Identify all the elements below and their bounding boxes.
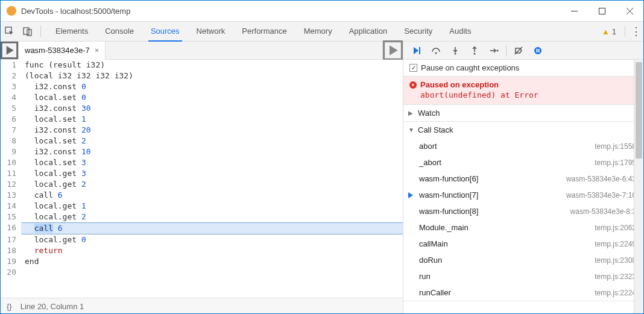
- scrollbar[interactable]: [634, 60, 643, 314]
- stack-frame[interactable]: Module._maintemp.js:2062: [403, 219, 643, 236]
- line-number: 12: [1, 179, 21, 190]
- stack-frame[interactable]: callMaintemp.js:2249: [403, 236, 643, 252]
- watch-label: Watch: [418, 108, 440, 118]
- code-line[interactable]: 9 i32.const 10: [1, 146, 403, 157]
- code-line[interactable]: 16 call 6: [1, 222, 403, 234]
- stack-frame[interactable]: runCallertemp.js:2224: [403, 284, 643, 301]
- code-line[interactable]: 11 local.get 3: [1, 168, 403, 179]
- stack-frame[interactable]: runtemp.js:2323: [403, 268, 643, 284]
- code-line[interactable]: 15 local.get 2: [1, 212, 403, 222]
- scrollbar-thumb[interactable]: [636, 62, 642, 159]
- code-line[interactable]: 20: [1, 267, 403, 278]
- code-line[interactable]: 17 local.get 0: [1, 234, 403, 245]
- code-line[interactable]: 4 local.set 0: [1, 92, 403, 103]
- frame-function: wasm-function[6]: [419, 174, 566, 183]
- step-into-button[interactable]: [447, 43, 464, 58]
- code-text: local.get 3: [21, 168, 403, 179]
- close-button[interactable]: [616, 1, 643, 20]
- code-line[interactable]: 6 local.set 1: [1, 114, 403, 125]
- svg-marker-8: [7, 46, 14, 55]
- tab-sources[interactable]: Sources: [142, 21, 188, 42]
- braces-icon[interactable]: {}: [7, 302, 12, 311]
- resume-button[interactable]: [408, 43, 425, 58]
- error-title: Paused on exception: [420, 80, 499, 89]
- tab-memory[interactable]: Memory: [295, 21, 341, 42]
- chevron-right-icon: ▶: [408, 110, 414, 116]
- frame-function: runCaller: [419, 288, 595, 297]
- device-toggle-icon[interactable]: [19, 21, 37, 42]
- line-number: 3: [1, 81, 21, 92]
- pause-on-caught-label: Pause on caught exceptions: [421, 63, 519, 72]
- tab-performance[interactable]: Performance: [233, 21, 295, 42]
- frame-location: wasm-53834e3e-8:3: [570, 207, 636, 216]
- line-number: 4: [1, 92, 21, 103]
- code-text: local.get 2: [21, 179, 403, 190]
- checkbox-checked-icon[interactable]: ✓: [409, 64, 417, 72]
- code-line[interactable]: 18 return: [1, 245, 403, 256]
- line-number: 15: [1, 212, 21, 222]
- line-number: 5: [1, 103, 21, 114]
- line-number: 9: [1, 146, 21, 157]
- step-over-button[interactable]: [428, 43, 444, 58]
- tab-elements[interactable]: Elements: [47, 21, 96, 42]
- stack-frame[interactable]: wasm-function[6]wasm-53834e3e-6:43: [403, 171, 643, 187]
- close-icon[interactable]: ×: [95, 46, 99, 55]
- warnings-badge[interactable]: ▲1: [602, 27, 621, 36]
- svg-point-21: [534, 47, 541, 54]
- code-text: local.set 3: [21, 157, 403, 168]
- code-line[interactable]: 12 local.get 2: [1, 179, 403, 190]
- step-button[interactable]: [485, 43, 502, 58]
- tab-security[interactable]: Security: [396, 21, 441, 42]
- code-text: local.set 0: [21, 92, 403, 103]
- line-number: 19: [1, 256, 21, 267]
- frame-location: temp.js:2323: [595, 272, 636, 281]
- tab-audits[interactable]: Audits: [441, 21, 479, 42]
- pause-on-caught-row[interactable]: ✓ Pause on caught exceptions: [403, 60, 643, 77]
- code-line[interactable]: 2(local i32 i32 i32 i32): [1, 71, 403, 81]
- stack-frame[interactable]: wasm-function[7]wasm-53834e3e-7:16: [403, 187, 643, 203]
- run-snippet-icon[interactable]: [382, 42, 403, 59]
- code-text: end: [21, 256, 403, 267]
- code-line[interactable]: 14 local.get 1: [1, 201, 403, 212]
- code-editor[interactable]: 1func (result i32)2(local i32 i32 i32 i3…: [1, 60, 403, 298]
- line-number: 6: [1, 114, 21, 125]
- code-line[interactable]: 13 call 6: [1, 190, 403, 201]
- pause-on-exceptions-button[interactable]: [529, 43, 546, 58]
- line-number: 13: [1, 190, 21, 201]
- sources-pane: wasm-53834e3e-7 × 1func (result i32)2(lo…: [1, 42, 403, 314]
- paused-on-exception-banner: ×Paused on exception abort(undefined) at…: [403, 77, 643, 105]
- frame-function: _abort: [419, 158, 595, 167]
- line-number: 8: [1, 136, 21, 146]
- stack-frame[interactable]: doRuntemp.js:2308: [403, 252, 643, 268]
- file-tab[interactable]: wasm-53834e3e-7 ×: [19, 42, 106, 60]
- code-line[interactable]: 10 local.set 3: [1, 157, 403, 168]
- code-line[interactable]: 3 i32.const 0: [1, 81, 403, 92]
- stack-frame[interactable]: _aborttemp.js:1795: [403, 154, 643, 171]
- more-menu-icon[interactable]: ⋮: [629, 25, 643, 38]
- show-navigator-icon[interactable]: [1, 42, 19, 59]
- code-line[interactable]: 8 local.set 2: [1, 136, 403, 146]
- line-number: 1: [1, 60, 21, 71]
- inspect-element-icon[interactable]: [1, 21, 19, 42]
- callstack-section-header[interactable]: ▼Call Stack: [403, 122, 643, 138]
- tab-console[interactable]: Console: [96, 21, 142, 42]
- code-line[interactable]: 5 i32.const 30: [1, 103, 403, 114]
- warning-icon: ▲: [602, 27, 610, 36]
- maximize-button[interactable]: [588, 1, 616, 20]
- watch-section-header[interactable]: ▶Watch: [403, 105, 643, 121]
- svg-point-17: [474, 52, 476, 54]
- frame-function: run: [419, 272, 595, 281]
- code-line[interactable]: 7 i32.const 20: [1, 125, 403, 136]
- tab-network[interactable]: Network: [188, 21, 234, 42]
- tab-application[interactable]: Application: [341, 21, 396, 42]
- minimize-button[interactable]: [560, 1, 588, 20]
- stack-frame[interactable]: aborttemp.js:1558: [403, 138, 643, 154]
- step-out-button[interactable]: [466, 43, 483, 58]
- deactivate-breakpoints-button[interactable]: [510, 43, 527, 58]
- code-text: [21, 267, 403, 278]
- code-line[interactable]: 19end: [1, 256, 403, 267]
- line-number: 18: [1, 245, 21, 256]
- stack-frame[interactable]: wasm-function[8]wasm-53834e3e-8:3: [403, 203, 643, 219]
- line-number: 14: [1, 201, 21, 212]
- code-line[interactable]: 1func (result i32): [1, 60, 403, 71]
